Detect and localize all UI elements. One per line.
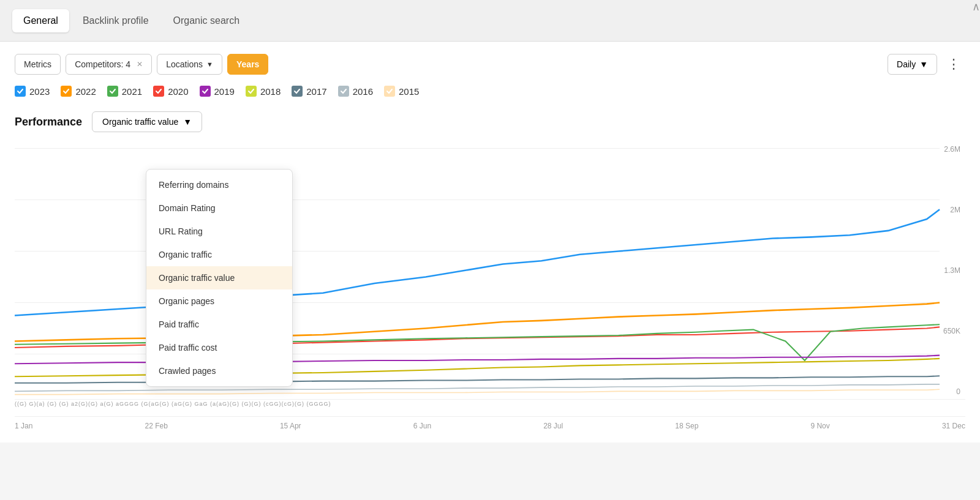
x-label-jul: 28 Jul bbox=[543, 422, 563, 430]
years-button[interactable]: Years bbox=[227, 54, 268, 75]
metrics-button[interactable]: Metrics bbox=[15, 54, 61, 75]
metrics-label: Metrics bbox=[24, 59, 51, 69]
year-item-2017[interactable]: 2017 bbox=[292, 86, 326, 97]
chart-area: Referring domainsDomain RatingURL Rating… bbox=[15, 142, 965, 430]
daily-button[interactable]: Daily ▼ bbox=[888, 54, 937, 75]
main-content: Metrics Competitors: 4 ✕ Locations ▼ Yea… bbox=[0, 42, 980, 442]
year-checkbox-2023[interactable] bbox=[15, 86, 26, 97]
year-checkbox-2016[interactable] bbox=[338, 86, 349, 97]
dropdown-item-paid-traffic[interactable]: Paid traffic bbox=[146, 313, 292, 336]
year-label-2016: 2016 bbox=[353, 86, 373, 97]
dropdown-item-organic-traffic-value[interactable]: Organic traffic value bbox=[146, 266, 292, 289]
daily-chevron-icon: ▼ bbox=[919, 59, 928, 69]
daily-label: Daily bbox=[897, 59, 916, 69]
year-item-2021[interactable]: 2021 bbox=[107, 86, 142, 97]
year-label-2020: 2020 bbox=[168, 86, 188, 97]
dropdown-item-organic-pages[interactable]: Organic pages bbox=[146, 289, 292, 313]
performance-title: Performance bbox=[15, 116, 82, 129]
dropdown-item-crawled-pages[interactable]: Crawled pages bbox=[146, 359, 292, 382]
year-item-2016[interactable]: 2016 bbox=[338, 86, 373, 97]
locations-chevron-icon: ▼ bbox=[206, 61, 213, 68]
locations-label: Locations bbox=[166, 59, 203, 69]
dropdown-item-organic-traffic[interactable]: Organic traffic bbox=[146, 243, 292, 266]
metric-selected-label: Organic traffic value bbox=[102, 117, 178, 127]
x-label-jun: 6 Jun bbox=[413, 422, 431, 430]
more-options-button[interactable]: ⋮ bbox=[942, 54, 965, 75]
competitors-close-icon[interactable]: ✕ bbox=[137, 60, 143, 69]
year-checkbox-2021[interactable] bbox=[107, 86, 118, 97]
event-icons-row: ((G) G)(a) (G) (G) a2(G)(G) a(G) aGGGG (… bbox=[15, 399, 965, 416]
collapse-button[interactable]: ∧ bbox=[972, 0, 980, 13]
years-label: Years bbox=[236, 59, 259, 69]
metric-dropdown-button[interactable]: Organic traffic value ▼ bbox=[92, 111, 202, 132]
filter-bar: Metrics Competitors: 4 ✕ Locations ▼ Yea… bbox=[15, 54, 965, 75]
year-filters: 202320222021202020192018201720162015 bbox=[15, 86, 965, 97]
year-item-2018[interactable]: 2018 bbox=[246, 86, 281, 97]
top-tabs: General Backlink profile Organic search bbox=[0, 0, 980, 42]
x-label-dec: 31 Dec bbox=[942, 422, 965, 430]
competitors-label: Competitors: 4 bbox=[75, 59, 130, 69]
tab-general[interactable]: General bbox=[12, 9, 69, 32]
tab-organic-search[interactable]: Organic search bbox=[162, 9, 251, 32]
x-label-sep: 18 Sep bbox=[675, 422, 698, 430]
x-axis: 1 Jan 22 Feb 15 Apr 6 Jun 28 Jul 18 Sep … bbox=[15, 416, 965, 430]
year-checkbox-2022[interactable] bbox=[61, 86, 72, 97]
competitors-button[interactable]: Competitors: 4 ✕ bbox=[66, 54, 152, 75]
year-label-2021: 2021 bbox=[122, 86, 142, 97]
year-label-2022: 2022 bbox=[75, 86, 96, 97]
year-checkbox-2018[interactable] bbox=[246, 86, 257, 97]
locations-button[interactable]: Locations ▼ bbox=[157, 54, 222, 75]
year-checkbox-2020[interactable] bbox=[153, 86, 164, 97]
year-item-2019[interactable]: 2019 bbox=[200, 86, 235, 97]
x-label-apr: 15 Apr bbox=[280, 422, 301, 430]
year-checkbox-2019[interactable] bbox=[200, 86, 211, 97]
x-label-nov: 9 Nov bbox=[810, 422, 829, 430]
year-label-2017: 2017 bbox=[306, 86, 326, 97]
dropdown-item-referring-domains[interactable]: Referring domains bbox=[146, 173, 292, 196]
year-label-2019: 2019 bbox=[214, 86, 235, 97]
year-item-2020[interactable]: 2020 bbox=[153, 86, 188, 97]
dropdown-item-url-rating[interactable]: URL Rating bbox=[146, 220, 292, 243]
metric-dropdown-menu: Referring domainsDomain RatingURL Rating… bbox=[146, 169, 293, 387]
x-label-feb: 22 Feb bbox=[145, 422, 167, 430]
year-label-2023: 2023 bbox=[29, 86, 50, 97]
year-item-2022[interactable]: 2022 bbox=[61, 86, 96, 97]
year-item-2015[interactable]: 2015 bbox=[384, 86, 419, 97]
performance-header: Performance Organic traffic value ▼ ∧ bbox=[15, 111, 965, 132]
tab-backlink[interactable]: Backlink profile bbox=[72, 9, 160, 32]
dropdown-item-domain-rating[interactable]: Domain Rating bbox=[146, 196, 292, 220]
x-label-jan: 1 Jan bbox=[15, 422, 32, 430]
metric-chevron-icon: ▼ bbox=[183, 117, 192, 127]
year-checkbox-2017[interactable] bbox=[292, 86, 303, 97]
year-label-2015: 2015 bbox=[399, 86, 419, 97]
dropdown-item-paid-traffic-cost[interactable]: Paid traffic cost bbox=[146, 336, 292, 359]
year-checkbox-2015[interactable] bbox=[384, 86, 395, 97]
year-item-2023[interactable]: 2023 bbox=[15, 86, 50, 97]
year-label-2018: 2018 bbox=[260, 86, 281, 97]
